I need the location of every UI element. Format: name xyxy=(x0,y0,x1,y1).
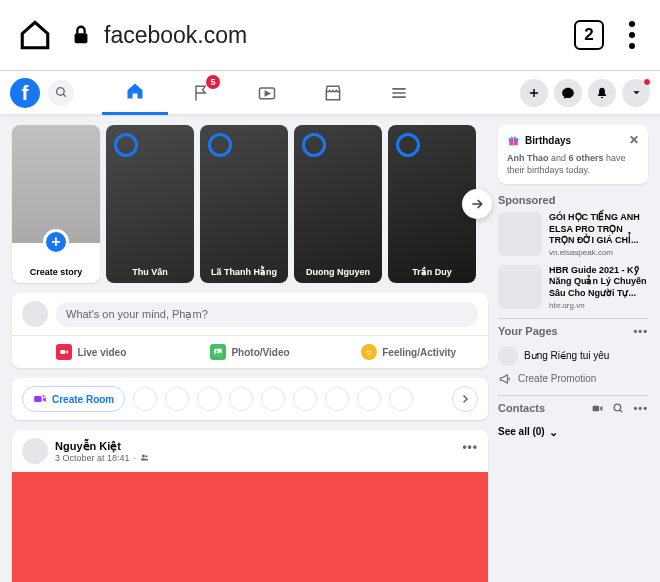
fb-top-nav: f 5 xyxy=(0,71,660,115)
sponsored-header: Sponsored xyxy=(498,194,648,206)
divider xyxy=(498,318,648,319)
svg-point-5 xyxy=(216,350,218,352)
room-contact[interactable] xyxy=(261,387,285,411)
story-name: Lã Thanh Hằng xyxy=(200,267,288,277)
pages-more-icon[interactable]: ••• xyxy=(633,325,648,337)
svg-rect-14 xyxy=(513,138,514,145)
sponsored-title: HBR Guide 2021 - Kỹ Năng Quản Lý Chuyên … xyxy=(549,265,648,299)
birthdays-title: Birthdays xyxy=(525,135,571,146)
svg-point-7 xyxy=(370,351,371,352)
svg-point-6 xyxy=(368,351,369,352)
photo-video-button[interactable]: Photo/Video xyxy=(171,336,330,368)
notification-dot xyxy=(643,78,651,86)
svg-rect-3 xyxy=(61,350,66,354)
room-contact[interactable] xyxy=(293,387,317,411)
room-contact[interactable] xyxy=(229,387,253,411)
story-card[interactable]: Thu Vân xyxy=(106,125,194,283)
post-author-name[interactable]: Nguyễn Kiệt xyxy=(55,440,149,453)
avatar[interactable] xyxy=(22,301,48,327)
sponsored-item[interactable]: HBR Guide 2021 - Kỹ Năng Quản Lý Chuyên … xyxy=(498,265,648,310)
nav-tabs: 5 xyxy=(102,71,432,115)
post-more-button[interactable]: ••• xyxy=(462,440,478,454)
post-composer: What's on your mind, Phạm? Live video Ph… xyxy=(12,293,488,368)
plus-icon xyxy=(527,86,541,100)
post-content xyxy=(12,472,488,582)
sponsored-domain: hbr.org.vn xyxy=(549,301,648,310)
svg-rect-15 xyxy=(593,406,600,411)
notifications-button[interactable] xyxy=(588,79,616,107)
contacts-more-icon[interactable]: ••• xyxy=(633,402,648,414)
home-icon xyxy=(125,81,145,101)
lock-icon xyxy=(70,24,92,46)
marketplace-icon xyxy=(323,83,343,103)
sponsored-title: GÓI HỌC TIẾNG ANH ELSA PRO TRỌN TRỌN ĐỜI… xyxy=(549,212,648,246)
room-icon xyxy=(33,392,47,406)
nav-home[interactable] xyxy=(102,71,168,115)
sponsored-domain: vn.elsaspeak.com xyxy=(549,248,648,257)
birthdays-card: Birthdays ✕ Anh Thao and 6 others have t… xyxy=(498,125,648,184)
contacts-header: Contacts ••• xyxy=(498,402,648,415)
post-meta: 3 October at 18:41 · xyxy=(55,453,149,463)
top-right-actions xyxy=(520,79,650,107)
stories-next-button[interactable] xyxy=(462,189,492,219)
create-promotion-link[interactable]: Create Promotion xyxy=(498,369,648,389)
room-contact[interactable] xyxy=(357,387,381,411)
divider xyxy=(498,395,648,396)
sponsored-thumb xyxy=(498,265,542,309)
room-contact[interactable] xyxy=(325,387,349,411)
search-icon[interactable] xyxy=(612,402,625,415)
live-video-button[interactable]: Live video xyxy=(12,336,171,368)
nav-watch[interactable] xyxy=(234,71,300,115)
nav-pages[interactable]: 5 xyxy=(168,71,234,115)
birthdays-text: Anh Thao and 6 others have their birthda… xyxy=(507,152,639,176)
svg-rect-8 xyxy=(34,396,42,402)
gift-icon xyxy=(507,134,520,147)
messenger-button[interactable] xyxy=(554,79,582,107)
story-name: Thu Vân xyxy=(106,267,194,277)
create-button[interactable] xyxy=(520,79,548,107)
svg-point-11 xyxy=(145,455,147,457)
create-room-button[interactable]: Create Room xyxy=(22,386,125,412)
svg-rect-0 xyxy=(75,33,88,43)
rooms-card: Create Room xyxy=(12,378,488,420)
page-link[interactable]: Bưng Riềng tui yêu xyxy=(498,343,648,369)
room-contact[interactable] xyxy=(389,387,413,411)
tab-count-button[interactable]: 2 xyxy=(574,20,604,50)
feeling-button[interactable]: Feeling/Activity xyxy=(329,336,488,368)
video-icon[interactable] xyxy=(591,402,604,415)
story-card[interactable]: Duong Nguyen xyxy=(294,125,382,283)
composer-input[interactable]: What's on your mind, Phạm? xyxy=(56,302,478,327)
room-contact[interactable] xyxy=(165,387,189,411)
room-contact[interactable] xyxy=(197,387,221,411)
story-ring xyxy=(396,133,420,157)
messenger-icon xyxy=(561,86,575,100)
account-button[interactable] xyxy=(622,79,650,107)
feed-post: Nguyễn Kiệt 3 October at 18:41 · ••• xyxy=(12,430,488,582)
url-text: facebook.com xyxy=(104,22,247,49)
browser-menu-icon[interactable] xyxy=(622,17,642,53)
your-pages-header: Your Pages••• xyxy=(498,325,648,337)
story-name: Trần Duy xyxy=(388,267,476,277)
browser-home-icon[interactable] xyxy=(18,18,52,52)
stories-row: + Create story Thu Vân Lã Thanh Hằng Duo… xyxy=(12,125,488,283)
megaphone-icon xyxy=(498,372,512,386)
close-icon[interactable]: ✕ xyxy=(629,133,639,147)
rooms-next-button[interactable] xyxy=(452,386,478,412)
flag-badge: 5 xyxy=(206,75,220,89)
post-author-avatar[interactable] xyxy=(22,438,48,464)
sponsored-item[interactable]: GÓI HỌC TIẾNG ANH ELSA PRO TRỌN TRỌN ĐỜI… xyxy=(498,212,648,257)
watch-icon xyxy=(257,83,277,103)
friends-icon xyxy=(140,453,149,462)
chevron-right-icon xyxy=(459,393,471,405)
search-button[interactable] xyxy=(48,80,74,106)
nav-marketplace[interactable] xyxy=(300,71,366,115)
room-contact[interactable] xyxy=(133,387,157,411)
video-icon xyxy=(56,344,72,360)
url-bar[interactable]: facebook.com xyxy=(70,22,556,49)
nav-menu[interactable] xyxy=(366,71,432,115)
create-story-card[interactable]: + Create story xyxy=(12,125,100,283)
story-card[interactable]: Lã Thanh Hằng xyxy=(200,125,288,283)
facebook-logo[interactable]: f xyxy=(10,78,40,108)
search-icon xyxy=(55,86,68,99)
see-all-contacts[interactable]: See all (0) xyxy=(498,421,648,441)
